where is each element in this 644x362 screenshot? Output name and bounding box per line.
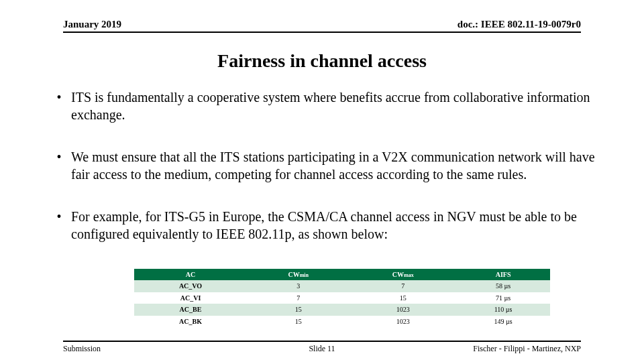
col-cwmin: CWmin [247,269,350,281]
table-header-row: AC CWmin CWmax AIFS [134,269,550,281]
footer-right: Fischer - Filippi - Martinez, NXP [473,344,581,354]
header-doc: doc.: IEEE 802.11-19-0079r0 [458,19,581,30]
cell-cwmax: 15 [350,292,456,304]
cell-cwmax: 1023 [350,304,456,316]
cell-cwmin: 7 [247,292,350,304]
bullet-text: For example, for ITS-G5 in Europe, the C… [71,208,597,243]
bullet-dot-icon: • [47,89,71,123]
table-row: AC_VI 7 15 71 µs [134,292,550,304]
bullet-item: • We must ensure that all the ITS statio… [47,149,597,183]
csma-table-wrap: AC CWmin CWmax AIFS AC_VO 3 7 58 µs AC_V… [134,269,550,328]
cell-cwmax: 1023 [350,316,456,328]
table-row: AC_BE 15 1023 110 µs [134,304,550,316]
footer-rule [63,341,581,342]
table-row: AC_BK 15 1023 149 µs [134,316,550,328]
cell-cwmin: 15 [247,316,350,328]
bullet-dot-icon: • [47,208,71,243]
bullet-item: • For example, for ITS-G5 in Europe, the… [47,208,597,243]
footer-left: Submission [63,344,101,354]
header-date: January 2019 [63,19,121,30]
cell-ac: AC_VO [134,280,247,292]
cell-ac: AC_BK [134,316,247,328]
cell-aifs: 110 µs [456,304,550,316]
cell-cwmax: 7 [350,280,456,292]
bullet-item: • ITS is fundamentally a cooperative sys… [47,89,597,123]
bullet-text: We must ensure that all the ITS stations… [71,149,597,183]
bullet-list: • ITS is fundamentally a cooperative sys… [47,89,597,243]
col-ac: AC [134,269,247,281]
cell-ac: AC_VI [134,292,247,304]
cell-aifs: 71 µs [456,292,550,304]
cell-ac: AC_BE [134,304,247,316]
cell-aifs: 149 µs [456,316,550,328]
cell-cwmin: 3 [247,280,350,292]
csma-table: AC CWmin CWmax AIFS AC_VO 3 7 58 µs AC_V… [134,269,550,328]
header-bar: January 2019 doc.: IEEE 802.11-19-0079r0 [63,19,581,33]
bullet-text: ITS is fundamentally a cooperative syste… [71,89,597,123]
footer: Submission Slide 11 Fischer - Filippi - … [63,344,581,354]
bullet-dot-icon: • [47,149,71,183]
col-cwmax: CWmax [350,269,456,281]
col-aifs: AIFS [456,269,550,281]
cell-cwmin: 15 [247,304,350,316]
page-title: Fairness in channel access [0,50,644,72]
cell-aifs: 58 µs [456,280,550,292]
table-row: AC_VO 3 7 58 µs [134,280,550,292]
